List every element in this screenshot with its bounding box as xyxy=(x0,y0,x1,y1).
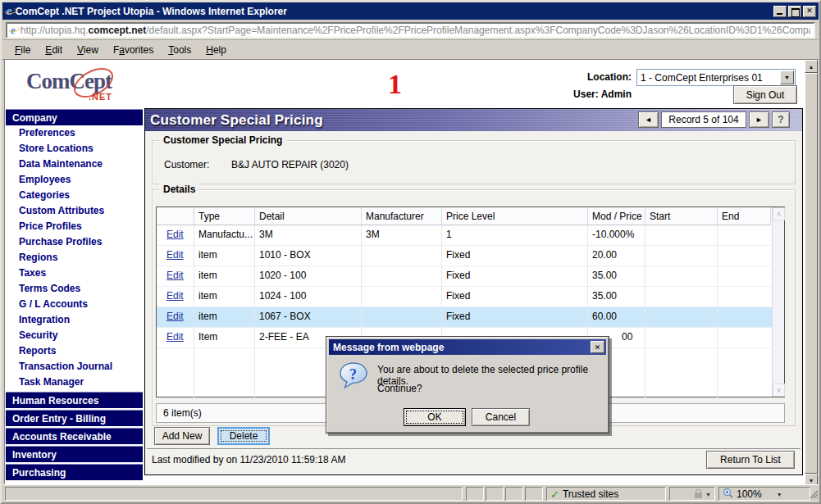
sidebar-item-price-profiles[interactable]: Price Profiles xyxy=(6,219,143,234)
sidebar-item-store-locations[interactable]: Store Locations xyxy=(6,141,143,157)
menu-help[interactable]: Help xyxy=(198,42,234,58)
record-prev-button[interactable]: ◄ xyxy=(638,111,659,128)
ok-button[interactable]: OK xyxy=(404,408,466,426)
menu-bar: File Edit View Favorites Tools Help xyxy=(2,40,819,60)
table-header-row: Type Detail Manufacturer Price Level Mod… xyxy=(157,207,784,225)
sidebar-item-terms-codes[interactable]: Terms Codes xyxy=(6,281,143,297)
sidebar-item-taxes[interactable]: Taxes xyxy=(6,266,143,281)
menu-file[interactable]: File xyxy=(7,42,38,58)
close-button[interactable]: ✕ xyxy=(803,6,816,17)
trusted-sites-label: Trusted sites xyxy=(563,488,618,500)
table-row: Edit Manufactu... 3M 3M 1 -10.000% xyxy=(157,225,784,246)
col-price-level: Price Level xyxy=(442,207,588,225)
zoom-panel[interactable]: 100% ▼ xyxy=(718,487,810,501)
url-text: http://utopia.hq.comcept.net/default.asp… xyxy=(21,25,810,36)
menu-tools[interactable]: Tools xyxy=(161,42,198,58)
question-icon: ? xyxy=(339,362,368,392)
delete-button[interactable]: Delete xyxy=(217,427,270,445)
browser-window: e ComCept .NET Project Utopia - Windows … xyxy=(0,0,821,504)
edit-link[interactable]: Edit xyxy=(166,270,184,281)
confirm-dialog: Message from webpage ✕ ? You are about t… xyxy=(326,336,609,434)
sidebar-section-human-resources[interactable]: Human Resources xyxy=(6,392,143,408)
sidebar-section-accounts-receivable[interactable]: Accounts Receivable xyxy=(6,428,143,444)
customer-panel: Customer Special Pricing Customer: B&J A… xyxy=(152,140,796,184)
chevron-down-icon[interactable]: ▼ xyxy=(780,70,794,84)
zoom-level: 100% xyxy=(737,488,762,500)
lock-icon xyxy=(695,493,702,498)
edit-link[interactable]: Edit xyxy=(166,311,184,322)
maximize-button[interactable] xyxy=(788,6,801,17)
chevron-down-icon[interactable]: ▼ xyxy=(705,492,711,497)
col-type: Type xyxy=(194,207,255,225)
dialog-title-bar: Message from webpage ✕ xyxy=(329,339,606,355)
sidebar-item-employees[interactable]: Employees xyxy=(6,172,143,188)
sidebar-nav: Company Preferences Store Locations Data… xyxy=(6,109,143,480)
red-annotation: 1 xyxy=(388,69,402,100)
sidebar-item-data-maintenance[interactable]: Data Maintenance xyxy=(6,157,143,172)
customer-panel-legend: Customer Special Pricing xyxy=(159,134,286,146)
cancel-button[interactable]: Cancel xyxy=(472,408,530,426)
details-legend: Details xyxy=(159,184,199,195)
table-row: Edit item 1020 - 100 Fixed 35.00 xyxy=(157,266,784,287)
customer-label: Customer: xyxy=(164,159,209,170)
page-title: Customer Special Pricing xyxy=(145,112,323,129)
protected-mode-panel[interactable]: ▼ xyxy=(669,487,715,501)
chevron-down-icon[interactable]: ▼ xyxy=(777,492,782,497)
sign-out-button[interactable]: Sign Out xyxy=(733,85,797,104)
menu-edit[interactable]: Edit xyxy=(38,42,70,58)
edit-link[interactable]: Edit xyxy=(166,290,184,302)
scroll-up-icon[interactable]: ▲ xyxy=(805,60,818,73)
sidebar-item-task-manager[interactable]: Task Manager xyxy=(6,375,143,390)
dialog-close-icon[interactable]: ✕ xyxy=(591,341,604,353)
edit-link[interactable]: Edit xyxy=(166,249,184,261)
table-scroll-down-icon[interactable]: ∨ xyxy=(773,384,785,397)
sidebar-item-integration[interactable]: Integration xyxy=(6,312,143,328)
edit-link[interactable]: Edit xyxy=(166,229,184,240)
sidebar-item-preferences[interactable]: Preferences xyxy=(6,125,143,141)
edit-link[interactable]: Edit xyxy=(166,331,184,343)
record-next-button[interactable]: ► xyxy=(749,111,769,128)
dialog-question: Continue? xyxy=(377,383,422,394)
check-icon: ✓ xyxy=(550,488,559,501)
sidebar-item-categories[interactable]: Categories xyxy=(6,188,143,203)
sidebar-section-inventory[interactable]: Inventory xyxy=(6,446,143,462)
menu-view[interactable]: View xyxy=(70,42,106,58)
menu-favorites[interactable]: Favorites xyxy=(106,42,161,58)
divider xyxy=(147,448,800,449)
browser-scrollbar[interactable]: ▲ ▼ xyxy=(805,60,818,487)
svg-text:?: ? xyxy=(349,366,357,383)
sidebar-section-purchasing[interactable]: Purchasing xyxy=(6,464,143,480)
table-row: Edit item 1024 - 100 Fixed 35.00 xyxy=(157,287,784,307)
page-title-bar: Customer Special Pricing ◄ Record 5 of 1… xyxy=(145,109,802,131)
table-scrollbar[interactable]: ∧ ∨ xyxy=(772,207,784,397)
col-mod-price: Mod / Price xyxy=(588,207,645,225)
sidebar-section-order-entry-billing[interactable]: Order Entry - Billing xyxy=(6,410,143,426)
sidebar-item-reports[interactable]: Reports xyxy=(6,343,143,359)
location-select[interactable]: 1 - ComCept Enterprises 01 ▼ xyxy=(636,69,796,86)
security-zone-panel: ✓ Trusted sites xyxy=(546,487,666,501)
col-end: End xyxy=(718,207,771,225)
sidebar-item-transaction-journal[interactable]: Transaction Journal xyxy=(6,359,143,375)
sidebar-item-custom-attributes[interactable]: Custom Attributes xyxy=(6,203,143,219)
sidebar-section-company[interactable]: Company xyxy=(6,109,143,125)
return-to-list-button[interactable]: Return To List xyxy=(706,451,795,469)
table-scroll-up-icon[interactable]: ∧ xyxy=(773,207,785,220)
window-title: ComCept .NET Project Utopia - Windows In… xyxy=(16,6,772,17)
sidebar-item-purchase-profiles[interactable]: Purchase Profiles xyxy=(6,234,143,250)
resize-grip[interactable] xyxy=(807,488,819,502)
location-label: Location: xyxy=(543,71,632,83)
sidebar-item-security[interactable]: Security xyxy=(6,328,143,343)
sidebar-item-regions[interactable]: Regions xyxy=(6,250,143,266)
help-button[interactable]: ? xyxy=(772,111,790,128)
user-label: User: Admin xyxy=(535,89,632,100)
address-input[interactable]: e http://utopia.hq.comcept.net/default.a… xyxy=(6,22,815,39)
add-new-button[interactable]: Add New xyxy=(154,427,210,445)
scrollbar-thumb[interactable] xyxy=(805,73,818,474)
status-panel xyxy=(466,487,484,501)
minimize-button[interactable] xyxy=(773,6,787,17)
comcept-logo: ComCept .NET xyxy=(26,69,141,107)
magnifier-icon xyxy=(723,488,733,501)
customer-value: B&J AUTO REPAIR (3020) xyxy=(231,159,349,170)
col-manufacturer: Manufacturer xyxy=(362,207,442,225)
sidebar-item-gl-accounts[interactable]: G / L Accounts xyxy=(6,297,143,312)
